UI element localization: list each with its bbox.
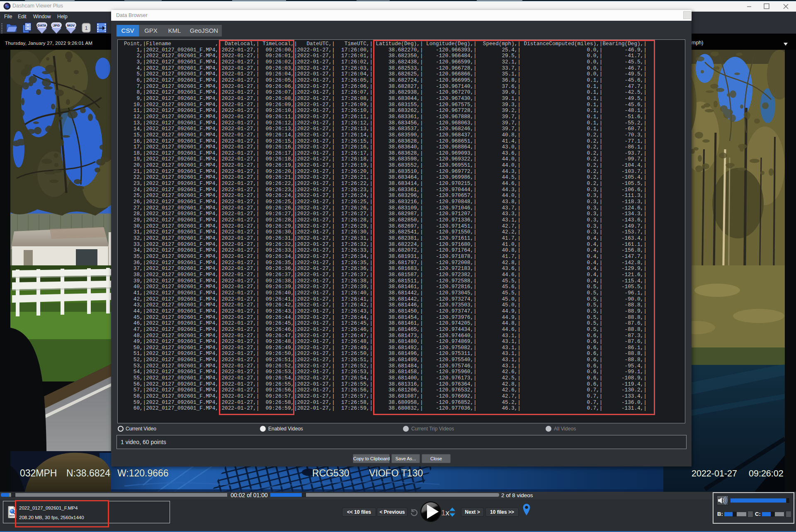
svg-text:RCG530: RCG530 xyxy=(312,468,349,479)
svg-text:VIOFO T130: VIOFO T130 xyxy=(369,468,423,479)
svg-text:2022-01-27: 2022-01-27 xyxy=(692,469,737,479)
svg-text:W:120.9666: W:120.9666 xyxy=(117,468,169,479)
svg-text:N:38.6824: N:38.6824 xyxy=(66,468,110,479)
svg-text:09:26:02: 09:26:02 xyxy=(749,469,784,479)
svg-text:MOV: MOV xyxy=(10,515,15,517)
svg-text:032MPH: 032MPH xyxy=(20,468,57,479)
